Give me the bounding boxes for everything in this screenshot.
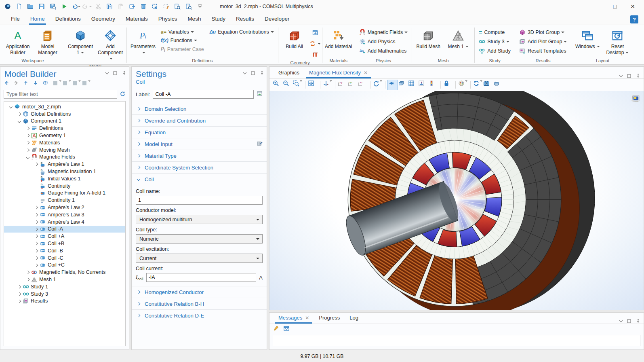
tree-expander[interactable] [25,271,31,273]
tree-expander[interactable] [25,156,31,159]
ribbon-item-add-physics[interactable]: Add Physics [357,37,410,46]
ribbon-item-add-plot-group[interactable]: Add Plot Group [517,37,569,46]
sort-asc-dd-button[interactable] [52,80,61,88]
tree-item-magnetic-insulation-1[interactable]: D∂ΩMagnetic Insulation 1 [4,168,125,175]
messages-tab-progress[interactable]: Progress [314,313,345,324]
close-tab-icon[interactable]: ✕ [305,315,309,321]
menu-tab-materials[interactable]: Materials [120,14,153,25]
menu-tab-study[interactable]: Study [206,14,231,25]
toolbar-chevron-button[interactable] [195,2,205,11]
ribbon-item-variables[interactable]: a=Variables [158,28,206,36]
section-header[interactable]: Domain Selection [132,103,267,114]
tree-expander[interactable] [34,250,39,252]
chevron-down-icon[interactable] [619,319,623,324]
tree-item-coil-c[interactable]: Coil +C [4,262,125,269]
transparency-button[interactable] [398,80,408,90]
section-header[interactable]: Homogenized Conductor [132,286,267,298]
ribbon-item-compute[interactable]: =Compute [476,28,513,37]
ribbon-item-3d-plot-group[interactable]: 3D Plot Group [517,28,569,37]
menu-tab-geometry[interactable]: Geometry [86,14,120,25]
node-label-input[interactable] [153,90,254,99]
tree-item-component-1[interactable]: Component 1 [4,118,125,125]
minimize-button[interactable]: — [588,1,606,12]
close-button[interactable]: ✕ [624,1,642,12]
ribbon-button-component-1[interactable]: Component 1 [66,28,95,57]
orientation-axes-button[interactable] [418,80,428,90]
undo-button[interactable] [70,2,81,11]
tree-expander[interactable] [34,264,39,267]
pin-icon[interactable] [121,71,126,76]
ribbon-item-study-3[interactable]: Study 3 [476,37,513,46]
view-xz-button[interactable]: xz [358,80,368,90]
section-header[interactable]: Material Type [132,150,267,161]
tree-item-magnetic-fields[interactable]: +−Magnetic Fields [4,154,125,161]
scene-light-button[interactable] [388,80,398,90]
ribbon-button-build-all[interactable]: Build All [280,28,309,51]
tree-expander[interactable] [34,235,39,237]
select-box-button[interactable] [149,2,160,11]
update-button[interactable] [473,80,483,90]
tree-item-magnetic-fields-no-currents[interactable]: Magnetic Fields, No Currents [4,269,125,276]
chevron-down-icon[interactable] [105,71,109,76]
menu-tab-definitions[interactable]: Definitions [50,14,86,25]
zoom-out-button[interactable] [283,80,293,90]
maximize-button[interactable]: □ [606,1,624,12]
ribbon-button-application-builder[interactable]: AApplication Builder [3,28,32,57]
ribbon-small-import-geometry[interactable] [310,28,320,38]
save-find-button[interactable] [48,2,58,11]
plot-thumbnail-icon[interactable] [631,94,640,104]
ribbon-small-rebuild[interactable] [310,39,320,49]
tree-item-coil-a[interactable]: Coil -A [4,226,125,233]
tree-item-amp-re-s-law-4[interactable]: Ampère's Law 4 [4,218,125,226]
find-replace-button[interactable] [183,2,194,11]
open-messages-window-button[interactable] [283,325,292,333]
show-button[interactable] [42,80,51,88]
tree-item-moving-mesh[interactable]: Moving Mesh [4,146,125,154]
tree-expander[interactable] [34,221,39,223]
grid-button[interactable] [408,80,418,90]
tree-item-coil-a[interactable]: Coil +A [4,233,125,240]
paste-button[interactable] [116,2,126,11]
rotate-button[interactable] [373,80,383,90]
menu-tab-file[interactable]: File [6,14,25,25]
pin-icon[interactable] [259,71,263,76]
rename-icon[interactable] [257,91,263,98]
duplicate-button[interactable] [127,2,137,11]
zoom-in-button[interactable] [273,80,282,90]
ribbon-button-add-component[interactable]: Add Component [96,28,125,63]
tree-item-study-3[interactable]: Study 3 [4,290,125,298]
ribbon-item-result-templates[interactable]: Result Templates [517,47,569,55]
ribbon-button-add-material[interactable]: Add Material [324,28,353,51]
help-icon[interactable]: ? [630,15,638,23]
ribbon-button-build-mesh[interactable]: Build Mesh [414,28,443,51]
tree-item-continuity-1[interactable]: ⋈Continuity 1 [4,197,125,204]
view-mode-dd-button[interactable] [72,80,80,88]
section-header[interactable]: Equation [132,127,267,138]
appearance-button[interactable] [458,80,468,90]
panel-corner-icons[interactable] [619,317,640,324]
clear-messages-button[interactable] [273,325,282,333]
tree-item-global-definitions[interactable]: Global Definitions [4,110,125,118]
tree-expander[interactable] [17,286,22,288]
tree-expander[interactable] [25,134,31,137]
section-header[interactable]: Constitutive Relation D-E [132,310,267,321]
tree-item-amp-re-s-law-3[interactable]: Ampère's Law 3 [4,211,125,218]
tree-item-continuity[interactable]: D⋈Continuity [4,182,125,190]
tree-item-coil-b[interactable]: Coil -B [4,247,125,254]
tree-item-amp-re-s-law-1[interactable]: DAmpère's Law 1 [4,161,125,168]
chevron-down-icon[interactable] [619,74,623,78]
tree-item-coil-c[interactable]: Coil -C [4,254,125,262]
tree-expander[interactable] [17,300,22,303]
tree-expander[interactable] [17,113,22,115]
tree-expander[interactable] [34,228,39,231]
zoom-extents-button[interactable] [308,80,318,90]
ribbon-button-parameters[interactable]: PiParameters [128,28,158,57]
tree-item-gauge-fixing-for-a-field-1[interactable]: Gauge Fixing for A-field 1 [4,190,125,197]
ribbon-item-add-mathematics[interactable]: ΔuAdd Mathematics [357,47,410,55]
panel-corner-icons[interactable] [242,69,263,76]
redo-button[interactable] [82,2,92,11]
messages-tab-messages[interactable]: Messages✕ [274,313,314,324]
nav-back-button[interactable] [4,80,13,88]
tree-expander[interactable] [34,206,39,209]
tree-item-definitions[interactable]: Definitions [4,125,125,132]
